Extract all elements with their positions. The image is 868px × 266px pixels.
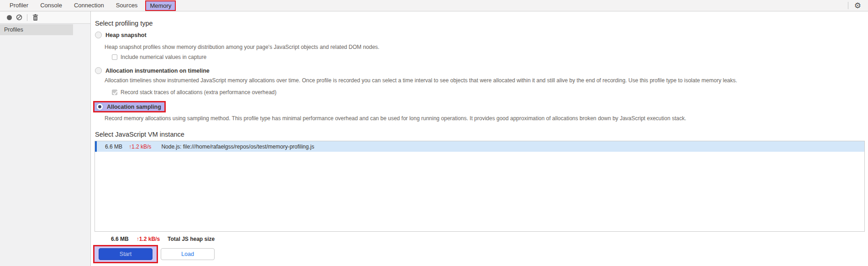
total-heap-size-value: 6.6 MB (111, 236, 129, 242)
heap-snapshot-description: Heap snapshot profiles show memory distr… (105, 44, 379, 50)
total-heap-size-label: Total JS heap size (168, 236, 215, 242)
profiling-type-heading: Select profiling type (95, 20, 153, 27)
radio-label: Allocation instrumentation on timeline (105, 68, 210, 74)
checkbox-icon[interactable] (112, 90, 117, 95)
block-icon (16, 14, 22, 21)
sidebar-item-profiles[interactable]: Profiles (0, 24, 73, 35)
radio-heap-snapshot[interactable]: Heap snapshot (95, 32, 147, 38)
radio-label: Allocation sampling (107, 104, 161, 110)
vm-instance-heading: Select JavaScript VM instance (95, 131, 184, 138)
profiles-toolbar (0, 11, 90, 24)
heap-size-value: 6.6 MB (105, 144, 122, 150)
allocation-rate-value: ↑1.2 kB/s (129, 144, 151, 150)
allocation-timeline-description: Allocation timelines show instrumented J… (105, 77, 737, 84)
radio-checked-icon[interactable] (96, 103, 103, 110)
tab-bar: Profiler Console Connection Sources Memo… (0, 0, 868, 11)
tab-console[interactable]: Console (34, 0, 68, 11)
vm-instance-row[interactable]: 6.6 MB ↑1.2 kB/s Node.js: file:///home/r… (95, 141, 864, 152)
vm-instance-name: Node.js: file:///home/rafaelgss/repos/os… (161, 144, 314, 150)
load-button[interactable]: Load (161, 248, 215, 260)
record-button[interactable] (4, 12, 14, 22)
radio-allocation-instrumentation[interactable]: Allocation instrumentation on timeline (95, 67, 210, 74)
tabbar-right: ⚙ (848, 2, 868, 10)
delete-profiles-button[interactable] (30, 12, 40, 22)
checkbox-label: Record stack traces of allocations (extr… (121, 89, 277, 96)
checkbox-label: Include numerical values in capture (121, 54, 206, 60)
main-content: Select profiling type Heap snapshot Heap… (91, 11, 868, 266)
toolbar-divider (27, 14, 27, 21)
memory-panel: Profiler Console Connection Sources Memo… (0, 0, 868, 266)
trash-icon (32, 14, 38, 21)
total-allocation-rate-value: ↑1.2 kB/s (137, 236, 160, 242)
tab-sources[interactable]: Sources (110, 0, 144, 11)
radio-allocation-sampling[interactable]: Allocation sampling (93, 101, 166, 112)
radio-icon[interactable] (95, 32, 102, 38)
record-icon (7, 15, 12, 20)
allocation-sampling-description: Record memory allocations using sampling… (105, 115, 686, 122)
tab-profiler[interactable]: Profiler (4, 0, 34, 11)
toolbar-divider (848, 2, 848, 9)
start-button-annotation: Start (93, 245, 158, 263)
radio-label: Heap snapshot (105, 32, 147, 38)
checkbox-icon[interactable] (112, 54, 117, 60)
vm-instance-list: 6.6 MB ↑1.2 kB/s Node.js: file:///home/r… (95, 141, 865, 232)
tab-memory[interactable]: Memory (145, 0, 176, 11)
heap-summary: 6.6 MB ↑1.2 kB/s Total JS heap size (111, 236, 215, 242)
checkbox-include-numerical-values[interactable]: Include numerical values in capture (112, 54, 206, 60)
radio-icon[interactable] (95, 67, 102, 74)
clear-button[interactable] (14, 12, 24, 22)
profiles-sidebar: Profiles (0, 11, 91, 266)
gear-icon[interactable]: ⚙ (854, 2, 861, 10)
tab-connection[interactable]: Connection (68, 0, 110, 11)
start-button[interactable]: Start (99, 248, 153, 260)
checkbox-record-stack-traces[interactable]: Record stack traces of allocations (extr… (112, 89, 277, 96)
